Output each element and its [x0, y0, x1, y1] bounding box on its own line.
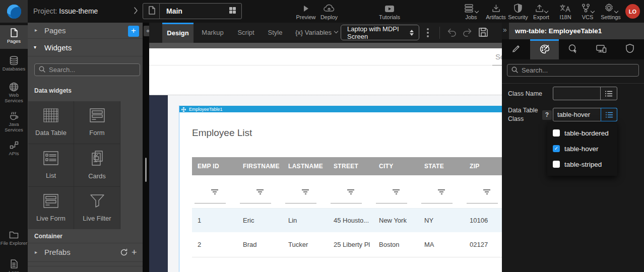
add-prefab-button[interactable]: + — [132, 247, 137, 258]
filter-cell[interactable] — [192, 175, 237, 208]
filter-cell[interactable] — [419, 175, 464, 208]
table-cell[interactable]: 1 — [192, 208, 237, 232]
sidebar-item-file-explorer[interactable]: File Explorer — [0, 227, 28, 255]
table-cell[interactable]: MA — [419, 232, 464, 257]
table-cell[interactable]: 02127 — [464, 232, 502, 257]
widget-search-input[interactable]: Search... — [34, 63, 140, 76]
widget-data-table[interactable]: Data Table — [28, 101, 74, 144]
option-table-striped[interactable]: table-striped — [547, 158, 617, 170]
project-label: Project: Issue-theme — [33, 7, 98, 15]
pages-section-header[interactable]: ▸ Pages + — [28, 23, 143, 39]
class-name-field[interactable] — [553, 87, 617, 100]
page-structure-section-header[interactable]: ▸ Page Structure — [28, 266, 143, 272]
filter-cell[interactable] — [328, 175, 373, 208]
filter-cell[interactable] — [237, 175, 283, 208]
user-avatar[interactable]: LO — [625, 4, 640, 19]
data-table-class-field[interactable]: table-hover — [553, 108, 617, 121]
table-cell[interactable]: Brad — [237, 232, 283, 257]
class-list-button-active[interactable] — [601, 108, 617, 121]
tab-markup[interactable]: Markup — [198, 23, 228, 43]
tutorials-button[interactable]: Tutorials — [375, 3, 404, 20]
filter-cell[interactable] — [283, 175, 328, 208]
column-header[interactable]: CITY — [373, 157, 419, 175]
filter-input[interactable] — [376, 203, 407, 203]
column-header[interactable]: FIRSTNAME — [237, 157, 283, 175]
add-page-button[interactable]: + — [128, 26, 139, 37]
tab-design[interactable]: Design — [162, 23, 194, 43]
table-cell[interactable]: 2 — [192, 232, 237, 257]
table-cell[interactable]: NY — [419, 208, 464, 232]
sidebar-item-databases[interactable]: Databases — [0, 53, 28, 76]
page-tab-main[interactable]: Main — [143, 3, 242, 19]
deploy-button[interactable]: Deploy — [315, 3, 343, 20]
column-header[interactable]: ZIP — [464, 157, 502, 175]
tab-devices[interactable] — [587, 39, 615, 59]
widget-form[interactable]: Form — [74, 101, 120, 144]
column-header[interactable]: STREET — [328, 157, 373, 175]
panel-scrollbar[interactable] — [145, 158, 147, 182]
widget-selection-bar[interactable]: EmployeeTable1 — [179, 106, 502, 112]
checkbox-icon[interactable] — [553, 161, 560, 168]
device-select[interactable]: Laptop with MDPI Screen — [341, 25, 419, 40]
tab-properties[interactable] — [502, 39, 530, 59]
expand-right-panel-button[interactable]: » — [503, 26, 507, 34]
tab-style[interactable]: Style — [263, 23, 287, 43]
widget-live-form[interactable]: Live Form — [28, 187, 74, 229]
redo-button[interactable] — [462, 28, 473, 39]
widget-list[interactable]: List — [28, 144, 74, 186]
filter-input[interactable] — [421, 203, 453, 203]
checkbox-icon[interactable] — [553, 145, 560, 152]
filter-cell[interactable] — [373, 175, 419, 208]
option-table-hover[interactable]: table-hover — [547, 143, 617, 155]
widget-cards[interactable]: Cards — [74, 144, 120, 186]
checkbox-icon[interactable] — [553, 129, 560, 137]
class-list-button[interactable] — [600, 87, 617, 100]
properties-search-input[interactable]: Search... — [507, 64, 639, 77]
column-header[interactable]: LASTNAME — [283, 157, 328, 175]
more-options-button[interactable] — [427, 28, 429, 37]
chevron-right-icon[interactable] — [134, 7, 138, 17]
option-table-bordered[interactable]: table-bordered — [547, 127, 617, 139]
filter-cell[interactable] — [464, 175, 502, 208]
help-badge[interactable]: ? — [542, 110, 552, 120]
refresh-icon[interactable] — [120, 248, 128, 259]
column-header[interactable]: EMP ID — [192, 157, 237, 175]
sidebar-item-apis[interactable]: APIs — [0, 138, 28, 161]
tab-events[interactable] — [559, 39, 587, 59]
column-header[interactable]: STATE — [419, 157, 464, 175]
filter-input[interactable] — [331, 203, 362, 203]
sidebar-item-logs[interactable]: Logs — [0, 256, 28, 272]
widget-live-filter[interactable]: Live Filter — [74, 187, 120, 229]
filter-input[interactable] — [195, 203, 226, 203]
sidebar-item-java-services[interactable]: Java Services — [0, 108, 28, 136]
table-cell[interactable]: Lin — [283, 208, 328, 232]
table-cell[interactable]: New York — [373, 208, 419, 232]
employee-table-widget[interactable]: EmployeeTable1 Employee List EMP ID FIRS… — [179, 106, 502, 272]
tab-styles[interactable] — [530, 39, 558, 59]
table-cell[interactable]: Eric — [237, 208, 283, 232]
grid-menu-icon[interactable] — [229, 7, 236, 16]
widgets-section-header[interactable]: ▾ Widgets — [28, 39, 143, 56]
filter-input[interactable] — [467, 203, 498, 203]
design-canvas[interactable]: Se EmployeeTable1 Employee List EMP ID F… — [149, 43, 502, 272]
table-cell[interactable]: 10106 — [464, 208, 502, 232]
table-cell[interactable]: 25 Liberty Pl — [328, 232, 373, 257]
table-cell[interactable]: Boston — [373, 232, 419, 257]
settings-button[interactable]: Settings — [597, 3, 625, 20]
table-cell[interactable]: Tucker — [283, 232, 328, 257]
prefabs-section-header[interactable]: ▸ Prefabs + — [28, 243, 143, 262]
app-logo[interactable] — [0, 0, 28, 23]
save-button[interactable] — [478, 27, 488, 39]
tab-security[interactable] — [616, 39, 644, 59]
filter-input[interactable] — [285, 203, 316, 203]
tab-script[interactable]: Script — [233, 23, 259, 43]
move-handle-icon[interactable] — [181, 105, 186, 114]
filter-icon — [347, 189, 354, 195]
table-cell[interactable]: 45 Housto... — [328, 208, 373, 232]
variables-button[interactable]: {x} Variables — [295, 29, 338, 36]
filter-input[interactable] — [240, 203, 271, 203]
undo-button[interactable] — [446, 28, 457, 39]
jobs-button[interactable]: Jobs — [457, 3, 485, 20]
sidebar-item-pages[interactable]: Pages — [0, 25, 28, 49]
sidebar-item-web-services[interactable]: Web Services — [0, 79, 28, 107]
